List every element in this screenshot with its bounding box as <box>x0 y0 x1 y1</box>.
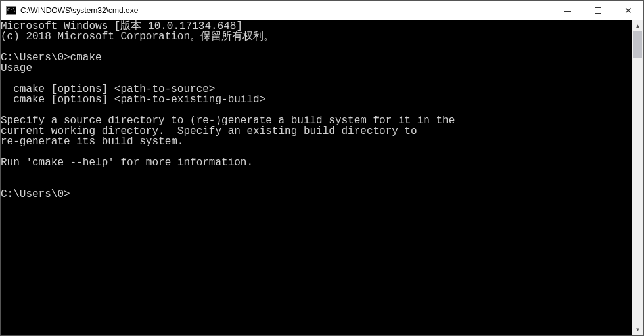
scroll-up-button[interactable]: ▲ <box>632 20 643 32</box>
minimize-button[interactable] <box>553 1 583 20</box>
vertical-scrollbar[interactable]: ▲ ▼ <box>632 20 643 335</box>
window-titlebar[interactable]: C:\WINDOWS\system32\cmd.exe ✕ <box>1 1 643 20</box>
cmd-icon <box>6 6 16 15</box>
client-area: Microsoft Windows [版本 10.0.17134.648] (c… <box>1 20 643 335</box>
close-button[interactable]: ✕ <box>613 1 643 20</box>
maximize-button[interactable] <box>583 1 613 20</box>
scroll-track[interactable] <box>632 32 643 324</box>
window-title: C:\WINDOWS\system32\cmd.exe <box>20 6 138 15</box>
scroll-down-button[interactable]: ▼ <box>632 324 643 335</box>
console-output[interactable]: Microsoft Windows [版本 10.0.17134.648] (c… <box>1 20 632 335</box>
scroll-thumb[interactable] <box>633 32 642 58</box>
